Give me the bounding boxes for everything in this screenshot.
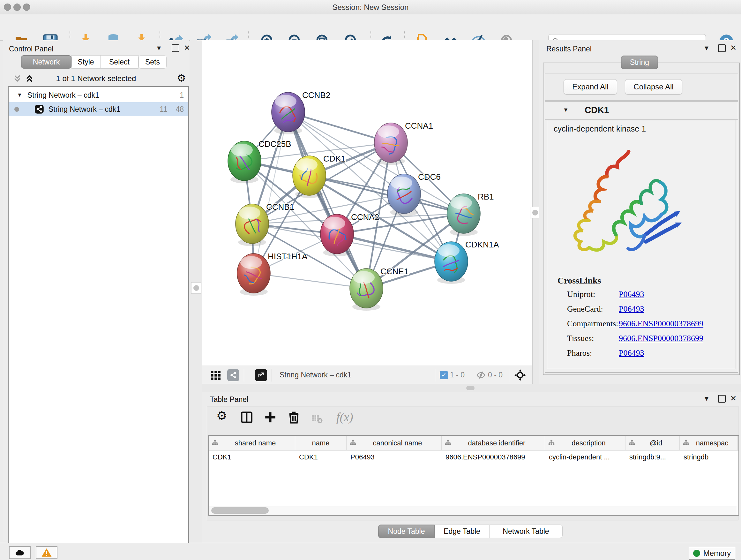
column-header-database-identifier[interactable]: database identifier <box>442 436 545 450</box>
table-settings-gear-icon[interactable]: ⚙ <box>216 411 227 421</box>
horizontal-splitter-handle[interactable] <box>466 386 475 390</box>
node-result-section: ▼ CDK1 cyclin-dependent kinase 1 <box>545 101 738 373</box>
node-result-header[interactable]: ▼ CDK1 <box>545 102 738 120</box>
table-cell[interactable]: stringdb:9... <box>625 450 680 464</box>
table-panel-float-icon[interactable] <box>718 395 726 402</box>
crosslink-link[interactable]: P06493 <box>619 304 644 314</box>
birdseye-grid-icon[interactable] <box>210 369 221 381</box>
string-network-icon <box>35 105 44 114</box>
open-in-new-window-icon[interactable] <box>255 369 267 381</box>
split-panel-icon[interactable] <box>240 411 253 425</box>
expand-all-button[interactable]: Expand All <box>563 79 617 95</box>
warning-icon <box>41 547 52 558</box>
table-cell[interactable]: cyclin-dependent ... <box>545 450 625 464</box>
table-cell[interactable]: 9606.ENSP00000378699 <box>442 450 545 464</box>
network-node-CDC6[interactable]: CDC6 <box>387 172 441 216</box>
fit-selected-crosshair-icon[interactable] <box>514 369 527 381</box>
section-expander-icon[interactable]: ▼ <box>563 107 569 113</box>
table-horizontal-scrollbar[interactable] <box>209 506 737 515</box>
column-header-shared-name[interactable]: shared name <box>209 436 295 450</box>
table-cell[interactable]: stringdb <box>680 450 738 464</box>
control-panel-collapse-icon[interactable]: ▾ <box>157 44 161 52</box>
cloud-button[interactable] <box>9 546 30 559</box>
cloud-icon <box>14 547 25 558</box>
node-result-body: cyclin-dependent kinase 1 <box>547 120 736 369</box>
results-panel-close-icon[interactable]: ✕ <box>730 44 737 52</box>
column-header-canonical-name[interactable]: canonical name <box>347 436 442 450</box>
network-canvas[interactable]: CCNB2 CCNA1 CDC25B <box>202 40 532 366</box>
network-collection-row[interactable]: ▼ String Network – cdk1 1 <box>9 88 188 102</box>
table-header-row: shared namenamecanonical namedatabase id… <box>209 436 738 450</box>
scrollbar-thumb[interactable] <box>211 507 269 514</box>
tab-edge-table[interactable]: Edge Table <box>434 524 489 538</box>
crosslink-row: Compartments:9606.ENSP00000378699 <box>547 319 736 334</box>
column-header--id[interactable]: @id <box>625 436 680 450</box>
network-edge-CCNA2-CDKN1A[interactable] <box>337 234 451 261</box>
network-row[interactable]: String Network – cdk1 11 48 <box>9 102 188 116</box>
tab-select[interactable]: Select <box>100 55 138 69</box>
network-node-CCNE1[interactable]: CCNE1 <box>350 266 408 311</box>
delete-table-icon[interactable] <box>311 413 323 426</box>
column-header-name[interactable]: name <box>295 436 347 450</box>
network-edge-CCNB2-HIST1H1A[interactable] <box>254 112 288 273</box>
network-node-CCNA1[interactable]: CCNA1 <box>374 121 433 165</box>
column-header-namespac[interactable]: namespac <box>680 436 738 450</box>
left-splitter-handle[interactable] <box>191 282 201 294</box>
main-toolbar: ? <box>0 14 741 41</box>
tab-string[interactable]: String <box>621 56 658 69</box>
crosslink-link[interactable]: 9606.ENSP00000378699 <box>619 334 703 343</box>
results-buttons-bar: Expand All Collapse All <box>545 73 738 101</box>
table-cell[interactable]: CDK1 <box>295 450 347 464</box>
network-options-gear-icon[interactable]: ⚙ <box>177 73 186 83</box>
network-node-CDK1[interactable]: CDK1 <box>293 154 345 198</box>
string-style-icon[interactable] <box>227 369 239 381</box>
results-panel-collapse-icon[interactable]: ▾ <box>704 44 709 52</box>
node-label-CDKN1A: CDKN1A <box>465 240 499 249</box>
toolbar-separator <box>435 369 435 381</box>
warning-button[interactable] <box>36 546 57 559</box>
table-cell[interactable]: P06493 <box>347 450 442 464</box>
node-label-CDC6: CDC6 <box>418 172 441 182</box>
network-edge-HIST1H1A-CCNE1[interactable] <box>254 273 366 288</box>
memory-button[interactable]: Memory <box>689 547 735 560</box>
toolbar-separator <box>471 369 471 381</box>
delete-column-trash-icon[interactable] <box>287 411 300 425</box>
network-node-RB1[interactable]: RB1 <box>447 192 494 236</box>
network-node-CCNB2[interactable]: CCNB2 <box>272 90 330 134</box>
selected-count: 1 - 0 <box>450 371 465 379</box>
tab-network-table[interactable]: Network Table <box>489 524 562 538</box>
network-edge-count: 48 <box>176 105 184 114</box>
table-panel-collapse-icon[interactable]: ▾ <box>704 395 709 402</box>
crosslink-link[interactable]: P06493 <box>619 290 644 299</box>
table-panel-close-icon[interactable]: ✕ <box>730 395 737 402</box>
add-column-icon[interactable] <box>264 411 277 425</box>
right-splitter-handle[interactable] <box>530 207 540 219</box>
network-node-CCNB1[interactable]: CCNB1 <box>235 202 294 246</box>
control-panel-float-icon[interactable] <box>172 44 179 52</box>
network-node-CDKN1A[interactable]: CDKN1A <box>434 240 499 284</box>
function-builder-icon[interactable]: f(x) <box>336 410 353 424</box>
network-edge-CCNB2-CCNE1[interactable] <box>288 112 366 288</box>
tab-sets[interactable]: Sets <box>138 55 166 69</box>
crosslink-link[interactable]: 9606.ENSP00000378699 <box>619 319 703 328</box>
collection-expander-icon[interactable]: ▼ <box>17 92 22 98</box>
control-panel-close-icon[interactable]: ✕ <box>184 44 190 52</box>
tab-style[interactable]: Style <box>71 55 100 69</box>
network-node-HIST1H1A[interactable]: HIST1H1A <box>237 252 308 296</box>
string-results-box: Expand All Collapse All ▼ CDK1 cyclin-de… <box>543 63 740 375</box>
crosslinks-list: Uniprot:P06493GeneCard:P06493Compartment… <box>547 290 736 366</box>
crosslink-link[interactable]: P06493 <box>619 348 644 358</box>
network-label: String Network – cdk1 <box>49 105 120 114</box>
tab-node-table[interactable]: Node Table <box>378 524 434 538</box>
node-label-CDK1: CDK1 <box>323 154 345 164</box>
results-panel-float-icon[interactable] <box>718 44 726 52</box>
toolbar-separator <box>509 369 509 381</box>
table-panel: Table Panel ▾ ✕ ⚙ f(x) shared namenameca… <box>202 392 741 543</box>
tab-network[interactable]: Network <box>21 55 71 69</box>
crosslinks-heading: CrossLinks <box>557 275 601 286</box>
table-cell[interactable]: CDK1 <box>209 450 295 464</box>
selected-checkbox-icon[interactable]: ✓ <box>440 371 448 379</box>
node-name-heading: CDK1 <box>585 105 609 115</box>
column-header-description[interactable]: description <box>545 436 625 450</box>
collapse-all-button[interactable]: Collapse All <box>625 79 682 95</box>
